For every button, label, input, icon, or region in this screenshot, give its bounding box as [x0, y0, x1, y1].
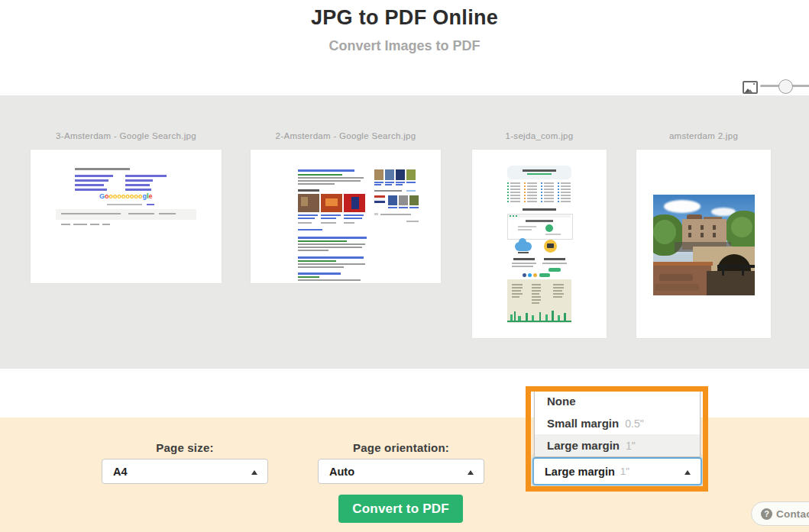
decoration: [510, 189, 520, 190]
decoration: [558, 195, 559, 196]
decoration: [553, 293, 564, 295]
decoration: [298, 189, 319, 192]
decoration: [298, 272, 341, 275]
decoration: [561, 189, 571, 190]
decoration: [701, 233, 704, 237]
convert-to-pdf-button[interactable]: Convert to PDF: [338, 495, 463, 523]
decoration: [321, 214, 341, 216]
decoration: [508, 214, 571, 218]
decoration: [75, 175, 113, 177]
decoration: [558, 185, 559, 187]
thumbnail-amsterdam-photo[interactable]: [636, 150, 771, 338]
decoration: [298, 237, 367, 239]
decoration: [532, 287, 541, 289]
decoration: [385, 184, 392, 185]
decoration: [688, 233, 691, 237]
decoration: [512, 287, 523, 289]
thumbnail-google-search-3[interactable]: Gooooooooogle: [31, 150, 222, 283]
decoration: [532, 299, 541, 301]
decoration: [298, 218, 315, 219]
twitter-dot-icon: [528, 273, 532, 277]
decoration: [701, 225, 704, 230]
margin-option-small[interactable]: Small margin 0.5": [535, 412, 700, 434]
caret-up-icon: [684, 470, 691, 475]
decoration: [532, 293, 539, 295]
page-size-select[interactable]: A4: [102, 459, 268, 484]
decoration: [713, 225, 716, 230]
decoration: [518, 229, 532, 231]
decoration: [321, 222, 336, 224]
decoration: [541, 189, 542, 190]
margin-select[interactable]: Large margin 1": [532, 457, 702, 485]
decoration: [344, 222, 354, 224]
decoration: [532, 284, 541, 285]
decoration: [544, 201, 554, 202]
decoration: [298, 229, 322, 231]
bench-shape: [722, 268, 724, 276]
decoration: [544, 195, 554, 196]
decoration: [544, 182, 554, 184]
canal-shadow-shape: [707, 271, 755, 295]
sun-glyph: [753, 83, 755, 85]
decoration: [406, 182, 416, 183]
decoration: [510, 314, 513, 321]
decoration: [90, 224, 99, 225]
thumbnail-sejda-com[interactable]: [472, 150, 607, 338]
decoration: [374, 201, 385, 203]
decoration: [107, 204, 142, 205]
decoration: [56, 209, 196, 220]
decoration: [102, 224, 110, 225]
decoration: [344, 214, 364, 216]
decoration: [524, 195, 526, 196]
decoration: [507, 192, 509, 193]
decoration: [380, 214, 411, 215]
decoration: [553, 296, 562, 298]
decoration: [325, 198, 338, 206]
decoration: [321, 218, 336, 219]
decoration: [507, 201, 509, 202]
decoration: [388, 195, 397, 205]
mini-screenshot-frame: [507, 214, 573, 240]
decoration: [351, 197, 359, 209]
decoration: [298, 169, 354, 172]
contact-button[interactable]: ? Contact: [751, 501, 809, 526]
decoration: [552, 311, 554, 321]
option-label: Large margin: [547, 439, 620, 452]
decoration: [406, 190, 416, 192]
decoration: [298, 266, 344, 268]
decoration: [75, 179, 108, 182]
thumbnail-google-search-2[interactable]: [251, 150, 441, 283]
decoration: [524, 192, 526, 193]
decoration: [524, 185, 526, 187]
decoration: [396, 169, 405, 180]
decoration: [513, 215, 514, 217]
decoration: [507, 189, 509, 190]
decoration: [406, 169, 416, 180]
decoration: [298, 279, 361, 281]
margin-option-large[interactable]: Large margin 1": [535, 434, 700, 456]
shadow-shape: [655, 284, 699, 291]
decoration: [298, 214, 318, 216]
margin-option-none[interactable]: None: [535, 390, 700, 412]
decoration: [544, 192, 554, 193]
option-label: Small margin: [547, 417, 619, 430]
decoration: [75, 184, 104, 186]
thumbnail-size-slider-thumb[interactable]: [778, 79, 793, 94]
mini-green-button: [545, 224, 553, 232]
page-orientation-select[interactable]: Auto: [318, 459, 484, 484]
decoration: [399, 207, 408, 208]
decoration: [512, 266, 533, 267]
decoration: [344, 218, 362, 219]
decoration: [128, 213, 154, 214]
decoration: [561, 182, 571, 184]
mountain-glyph: [748, 89, 752, 92]
decoration: [409, 207, 419, 208]
decoration: [532, 290, 541, 292]
decoration: [298, 222, 312, 224]
laptop-glyph: [547, 243, 554, 248]
decoration: [298, 256, 364, 259]
decoration: [558, 315, 560, 321]
decoration: [512, 290, 521, 292]
option-label: None: [547, 395, 576, 408]
decoration: [147, 204, 154, 205]
